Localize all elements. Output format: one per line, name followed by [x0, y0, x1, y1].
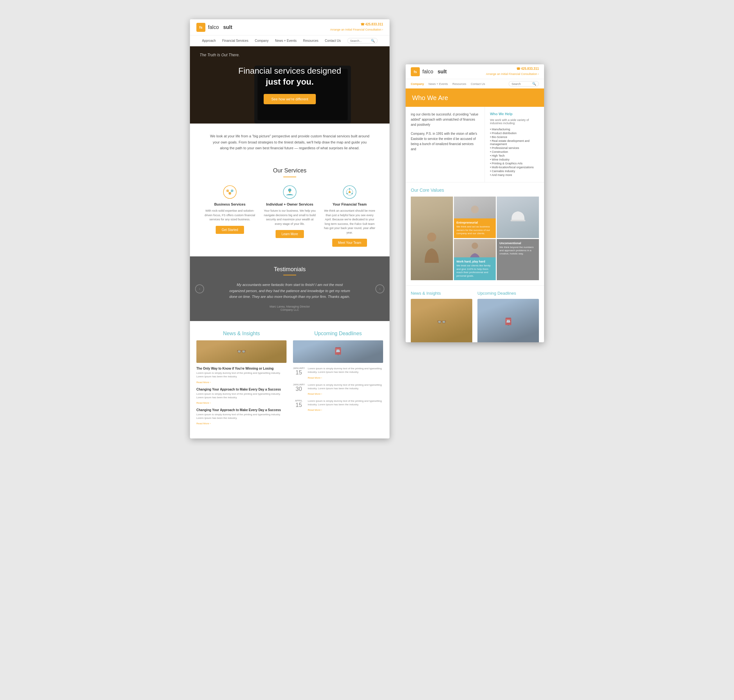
overlay-news-heading: News & Insights [411, 291, 472, 296]
nav-approach[interactable]: Approach [202, 39, 216, 43]
business-services-button[interactable]: Get Started [216, 226, 244, 234]
news-item-3-read-more[interactable]: Read More › [196, 422, 211, 425]
news-item-2-read-more[interactable]: Read More › [196, 401, 211, 404]
person-1-photo [411, 197, 453, 280]
deadline-1-text: Lorem ipsum is simply dummy text of the … [308, 367, 383, 374]
overlay-nav: Company News + Events Resources Contact … [405, 79, 544, 89]
deadlines-column: Upcoming Deadlines January 15 Lorem ipsu… [293, 331, 383, 429]
overlay-search-icon: 🔍 [532, 82, 536, 85]
individual-services-title: Individual + Owner Services [262, 202, 317, 206]
carousel-next-button[interactable]: › [375, 284, 385, 293]
testimonials-divider [283, 275, 296, 275]
overlay-deadlines-column: Upcoming Deadlines January 15 Lorem ipsu… [478, 291, 539, 337]
search-input[interactable] [350, 39, 370, 43]
deadline-1-day: 15 [293, 370, 305, 375]
industry-professional-services: Professional services [490, 146, 539, 150]
entrepreneurial-title: Entrepreneurial [457, 221, 494, 224]
news-item-1-read-more[interactable]: Read More › [196, 381, 211, 384]
overlay-nav-contact[interactable]: Contact Us [471, 82, 485, 85]
overlay-news-section: News & Insights g or Losing Lorem ipsum … [405, 285, 544, 342]
industry-multi-location: Multi-location/local organizations [490, 165, 539, 169]
team-services-icon [342, 185, 357, 199]
news-item-3-title: Changing Your Approach to Make Every Day… [196, 408, 286, 412]
industry-cannabis: Cannabis Industry [490, 169, 539, 173]
hero-content: Financial services designed just for you… [226, 66, 354, 104]
main-header: fs falco sult ☎ 425.833.311 Arrange an I… [190, 19, 389, 35]
deadline-2-day: 30 [293, 386, 305, 392]
nav-resources[interactable]: Resources [303, 39, 318, 43]
deadline-2-read-more[interactable]: Read More › [308, 393, 322, 396]
about-section: We look at your life from a "big picture… [190, 124, 389, 161]
individual-services-button[interactable]: Learn More [276, 230, 304, 238]
overlay-logo[interactable]: fs falco sult [411, 67, 447, 76]
overlay-nav-news[interactable]: News + Events [429, 82, 448, 85]
news-item-2-title: Changing Your Approach to Make Every Day… [196, 388, 286, 391]
core-values-section: Our Core Values [405, 182, 544, 285]
overlay-header-contact: ☎ 425.833.311 Arrange an Initial Financi… [486, 67, 539, 76]
news-featured-image [196, 340, 286, 363]
search-box[interactable]: 🔍 [347, 38, 377, 43]
news-column: News & Insights The Only Way to Know if … [196, 331, 286, 429]
hero-cta-button[interactable]: See how we're different [264, 94, 316, 104]
who-main-content: ing our clients be successful. d providi… [405, 107, 485, 182]
who-main-text-2: Company, P.S. in 1991 with the vision of… [411, 131, 479, 152]
deadline-item-3: April 15 Lorem ipsum is simply dummy tex… [293, 399, 383, 412]
overlay-phone-number: ☎ 425.833.311 [486, 67, 539, 71]
deadline-2-date: January 30 [293, 383, 305, 392]
deadline-2-text: Lorem ipsum is simply dummy text of the … [308, 383, 383, 390]
who-we-are-title: Who We Are [412, 94, 448, 101]
deadline-3-date: April 15 [293, 399, 305, 408]
svg-point-8 [289, 191, 290, 193]
overlay-logo-icon: fs [411, 67, 420, 76]
stamps-decoration [293, 340, 383, 363]
unconventional-title: Unconventional [499, 241, 536, 245]
overlay-search-box[interactable]: 🔍 [508, 81, 539, 87]
deadlines-heading: Upcoming Deadlines [293, 331, 383, 337]
deadline-3-text: Lorem ipsum is simply dummy text of the … [308, 399, 383, 406]
svg-point-7 [288, 188, 291, 192]
carousel-prev-button[interactable]: ‹ [195, 284, 204, 293]
about-text: We look at your life from a "big picture… [209, 133, 370, 151]
industry-bio-science: Bio-Science [490, 135, 539, 139]
industry-real-estate: Real estate development and management [490, 139, 539, 146]
svg-point-12 [349, 188, 350, 190]
value-photo-person-1 [411, 197, 453, 280]
overlay-header: fs falco sult ☎ 425.833.311 Arrange an I… [405, 64, 544, 79]
deadline-item-2: January 30 Lorem ipsum is simply dummy t… [293, 383, 383, 396]
phone-number: ☎ 425.833.311 [330, 22, 383, 26]
deadline-1-read-more[interactable]: Read More › [308, 376, 322, 379]
overlay-nav-resources[interactable]: Resources [452, 82, 466, 85]
team-services-button[interactable]: Meet Your Team [332, 239, 367, 247]
team-services-title: Your Financial Team [322, 202, 377, 206]
svg-point-18 [427, 232, 436, 241]
svg-line-17 [348, 193, 349, 193]
industry-and-more: And many more [490, 173, 539, 177]
values-grid: Entrepreneurial We think and act as busi… [411, 197, 539, 280]
deadline-3-read-more[interactable]: Read More › [308, 409, 322, 412]
overlay-browser-window: fs falco sult ☎ 425.833.311 Arrange an I… [405, 64, 544, 342]
nav-news-events[interactable]: News + Events [275, 39, 296, 43]
deadlines-featured-image [293, 340, 383, 363]
nav-contact-us[interactable]: Contact Us [325, 39, 340, 43]
who-help-title: Who We Help [490, 112, 539, 116]
overlay-search-input[interactable] [511, 82, 531, 85]
nav-financial-services[interactable]: Financial Services [222, 39, 248, 43]
services-divider [283, 176, 296, 177]
svg-point-21 [472, 243, 478, 249]
who-sidebar: Who We Help We work with a wide variety … [485, 107, 544, 182]
overlay-nav-company[interactable]: Company [411, 82, 424, 85]
svg-point-13 [352, 193, 353, 194]
logo-area[interactable]: fs falco sult [196, 23, 233, 32]
industry-manufacturing: Manufacturing [490, 127, 539, 131]
overlay-consultation-link[interactable]: Arrange an Initial Financial Consultatio… [486, 72, 539, 76]
hero-title: Financial services designed just for you… [238, 66, 341, 87]
who-help-list: Manufacturing Product distribution Bio-S… [490, 127, 539, 177]
main-browser-window: fs falco sult ☎ 425.833.311 Arrange an I… [190, 19, 389, 438]
nav-company[interactable]: Company [255, 39, 268, 43]
services-section: Our Services Busine [190, 161, 389, 256]
svg-rect-20 [511, 220, 525, 221]
work-hard-label: Work hard, play hard We treat our client… [454, 257, 496, 280]
entrepreneurial-label: Entrepreneurial We think and act as busi… [454, 218, 496, 238]
consultation-link[interactable]: Arrange an Initial Financial Consultatio… [330, 28, 383, 31]
overlay-deadlines-image [478, 299, 539, 342]
